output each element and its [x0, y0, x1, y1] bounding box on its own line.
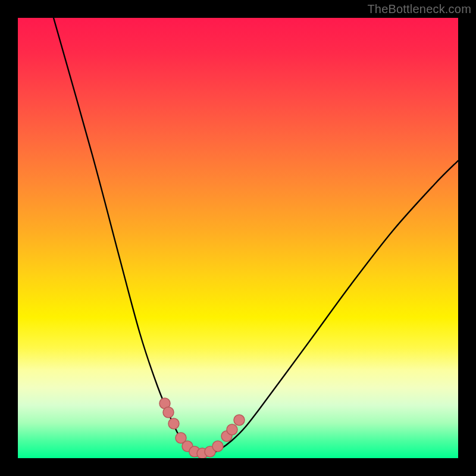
data-marker: [227, 424, 237, 435]
marker-group: [159, 398, 245, 458]
data-marker: [234, 415, 245, 425]
watermark-text: TheBottleneck.com: [367, 2, 471, 16]
data-marker: [168, 418, 179, 429]
chart-marker-layer: [18, 18, 458, 458]
data-marker: [163, 407, 174, 418]
data-marker: [212, 441, 223, 452]
